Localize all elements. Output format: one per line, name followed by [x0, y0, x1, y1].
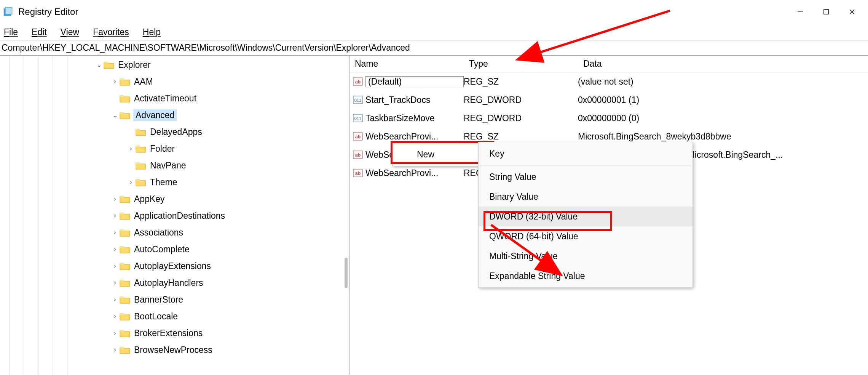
chevron-right-icon[interactable]: ›	[110, 78, 120, 85]
submenu-label: Binary Value	[489, 192, 538, 202]
value-data: (value not set)	[578, 77, 868, 87]
tree-item[interactable]: ›Associations	[0, 224, 349, 241]
value-type: REG_DWORD	[464, 95, 578, 105]
tree-item[interactable]: ›Theme	[0, 174, 349, 191]
folder-icon	[136, 178, 146, 186]
chevron-down-icon[interactable]: ⌄	[94, 61, 104, 69]
chevron-right-icon[interactable]: ›	[110, 313, 120, 320]
submenu-item[interactable]: Binary Value	[479, 187, 692, 207]
tree-item-explorer[interactable]: ⌄Explorer	[0, 56, 349, 73]
svg-text:ab: ab	[355, 79, 361, 85]
submenu-label: Key	[489, 149, 504, 159]
chevron-right-icon[interactable]: ›	[110, 296, 120, 303]
menu-help[interactable]: Help	[141, 26, 162, 38]
menu-favorites[interactable]: Favorites	[91, 26, 131, 38]
submenu-item[interactable]: QWORD (64-bit) Value	[479, 226, 692, 246]
value-data: Microsoft.BingSearch_8wekyb3d8bbwe	[578, 131, 868, 142]
submenu-item[interactable]: Expandable String Value	[479, 266, 692, 286]
column-type[interactable]: Type	[464, 59, 578, 69]
value-row[interactable]: ab(Default)REG_SZ(value not set)	[349, 72, 868, 91]
value-row[interactable]: 011TaskbarSizeMoveREG_DWORD0x00000000 (0…	[349, 109, 868, 127]
tree-label: Advanced	[133, 109, 177, 121]
chevron-right-icon[interactable]: ›	[110, 229, 120, 236]
chevron-right-icon[interactable]: ›	[110, 330, 120, 337]
svg-text:ab: ab	[355, 152, 361, 158]
chevron-right-icon[interactable]: ›	[126, 179, 136, 186]
tree-label: ApplicationDestinations	[133, 210, 226, 222]
chevron-right-icon[interactable]: ›	[110, 212, 120, 219]
tree-label: BannerStore	[133, 294, 184, 306]
value-type: REG_SZ	[464, 131, 578, 142]
minimize-button[interactable]	[787, 3, 813, 21]
menu-edit[interactable]: Edit	[30, 26, 48, 38]
submenu-item[interactable]: String Value	[479, 167, 692, 187]
tree-item[interactable]: ›AutoplayHandlers	[0, 274, 349, 291]
context-menu-new-item[interactable]: New ❯	[394, 144, 491, 164]
value-name: Start_TrackDocs	[365, 95, 464, 105]
tree-label: ActivateTimeout	[133, 93, 197, 104]
tree-item[interactable]: ›AutoplayExtensions	[0, 258, 349, 274]
tree-item[interactable]: ›BootLocale	[0, 308, 349, 325]
submenu-label: Expandable String Value	[489, 271, 585, 281]
chevron-right-icon[interactable]: ›	[110, 346, 120, 353]
tree-label: AutoplayExtensions	[133, 260, 212, 272]
tree-item[interactable]: ›BrokerExtensions	[0, 325, 349, 341]
value-data: 0x00000001 (1)	[578, 95, 868, 105]
submenu-item[interactable]: Key	[479, 144, 692, 163]
value-icon: 011	[353, 95, 363, 105]
folder-icon	[136, 128, 146, 136]
folder-icon	[136, 161, 146, 170]
tree-item[interactable]: ›BannerStore	[0, 291, 349, 308]
context-menu-new: New ❯	[392, 143, 493, 166]
tree-item[interactable]: ›BrowseNewProcess	[0, 341, 349, 358]
value-type: REG_DWORD	[464, 113, 578, 123]
tree-item[interactable]: ›ApplicationDestinations	[0, 207, 349, 224]
chevron-right-icon[interactable]: ›	[110, 246, 120, 253]
svg-rect-4	[824, 10, 828, 14]
chevron-right-icon[interactable]: ›	[110, 263, 120, 269]
submenu-item[interactable]: DWORD (32-bit) Value	[479, 207, 692, 226]
folder-icon	[136, 144, 146, 153]
submenu-item[interactable]: Multi-String Value	[479, 246, 692, 266]
folder-icon	[120, 312, 130, 321]
address-bar[interactable]: Computer\HKEY_LOCAL_MACHINE\SOFTWARE\Mic…	[0, 40, 868, 55]
menu-file[interactable]: File	[2, 26, 19, 38]
tree-label: AAM	[133, 76, 154, 88]
tree-label: Associations	[133, 227, 184, 239]
menu-view[interactable]: View	[59, 26, 81, 38]
address-path: Computer\HKEY_LOCAL_MACHINE\SOFTWARE\Mic…	[2, 43, 410, 53]
tree-label: AutoplayHandlers	[133, 277, 204, 289]
column-name[interactable]: Name	[349, 59, 464, 69]
value-row[interactable]: 011Start_TrackDocsREG_DWORD0x00000001 (1…	[349, 91, 868, 109]
tree-item[interactable]: ActivateTimeout	[0, 90, 349, 107]
tree-label: BootLocale	[133, 311, 179, 322]
tree-item[interactable]: ›Folder	[0, 140, 349, 157]
values-panel[interactable]: Name Type Data ab(Default)REG_SZ(value n…	[349, 56, 868, 375]
chevron-right-icon[interactable]: ›	[110, 279, 120, 286]
maximize-button[interactable]	[813, 3, 839, 21]
titlebar: Registry Editor	[0, 0, 868, 24]
tree-panel[interactable]: ⌄Explorer›AAMActivateTimeout⌄AdvancedDel…	[0, 56, 349, 375]
column-data[interactable]: Data	[578, 59, 868, 69]
tree-item[interactable]: ›AAM	[0, 73, 349, 90]
tree-item[interactable]: ›AutoComplete	[0, 241, 349, 258]
chevron-right-icon[interactable]: ›	[110, 196, 120, 202]
svg-rect-2	[6, 8, 12, 14]
context-menu-new-label: New	[417, 149, 434, 160]
chevron-down-icon[interactable]: ⌄	[110, 112, 120, 119]
chevron-right-icon[interactable]: ›	[126, 145, 136, 152]
tree-item[interactable]: ⌄Advanced	[0, 107, 349, 123]
folder-icon	[120, 212, 130, 220]
tree-item[interactable]: ›AppKey	[0, 191, 349, 207]
tree-label: AppKey	[133, 193, 166, 205]
tree-item[interactable]: DelayedApps	[0, 123, 349, 140]
svg-text:011: 011	[354, 98, 361, 103]
value-name: WebSearchProvi...	[365, 131, 464, 142]
submenu-label: Multi-String Value	[489, 251, 558, 261]
tree-item[interactable]: NavPane	[0, 157, 349, 174]
tree-label: Explorer	[117, 59, 152, 71]
folder-icon	[120, 77, 130, 86]
tree-scrollbar[interactable]	[345, 258, 348, 288]
close-button[interactable]	[839, 3, 865, 21]
app-icon	[3, 6, 14, 17]
